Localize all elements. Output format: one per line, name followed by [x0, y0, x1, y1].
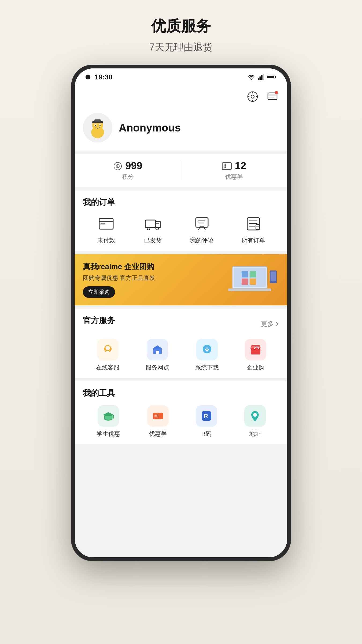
tool-item-coupons[interactable]: % 优惠券 — [147, 405, 169, 438]
svg-rect-3 — [263, 74, 264, 80]
all-orders-label: 所有订单 — [242, 236, 265, 244]
tool-item-student[interactable]: 学生优惠 — [97, 405, 120, 438]
signal-icon — [258, 74, 264, 80]
avatar[interactable] — [83, 113, 112, 142]
svg-rect-20 — [94, 119, 101, 122]
svg-point-24 — [99, 125, 101, 126]
svg-point-71 — [253, 413, 257, 417]
svg-point-29 — [224, 164, 226, 166]
svg-rect-57 — [104, 347, 106, 350]
settings-icon — [247, 91, 258, 102]
points-stat[interactable]: 999 积分 — [75, 154, 181, 187]
svg-text:R: R — [204, 413, 208, 419]
phone-frame: 19:30 — [71, 65, 291, 561]
service-item-download[interactable]: 系统下载 — [195, 339, 219, 372]
svg-rect-54 — [271, 272, 276, 281]
camera-dot — [86, 75, 90, 79]
enterprise-banner[interactable]: 真我realme 企业团购 团购专属优惠 官方正品直发 立即采购 — [75, 254, 287, 305]
svg-point-30 — [224, 166, 226, 168]
rcode-icon: R — [196, 405, 217, 427]
coupons-value: 12 — [235, 160, 246, 172]
all-orders-icon — [244, 214, 263, 233]
svg-point-27 — [117, 166, 118, 167]
tool-item-address[interactable]: 地址 — [244, 405, 266, 438]
unpaid-icon — [97, 214, 116, 233]
svg-rect-0 — [258, 78, 259, 80]
svg-rect-51 — [250, 279, 256, 285]
svg-point-56 — [105, 345, 110, 351]
svg-text:%: % — [155, 415, 157, 418]
coupon-tool-icon: % — [147, 405, 169, 427]
banner-subtitle: 团购专属优惠 官方正品直发 — [83, 274, 226, 282]
svg-rect-34 — [145, 220, 156, 228]
status-time: 19:30 — [95, 73, 113, 81]
svg-rect-50 — [242, 279, 248, 285]
banner-image — [226, 262, 279, 297]
banner-button[interactable]: 立即采购 — [83, 286, 115, 298]
svg-point-23 — [95, 125, 96, 126]
banner-title: 真我realme 企业团购 — [83, 262, 226, 272]
address-icon — [244, 405, 266, 427]
status-icons — [248, 74, 276, 80]
avatar-image — [86, 116, 110, 140]
svg-rect-44 — [256, 225, 260, 229]
customer-service-icon — [97, 339, 119, 360]
service-location-label: 服务网点 — [146, 364, 169, 372]
wifi-icon — [248, 74, 255, 80]
svg-rect-52 — [228, 288, 271, 291]
address-label: 地址 — [249, 430, 261, 438]
tools-icons-row: 学生优惠 % 优惠券 — [83, 405, 279, 438]
tool-item-rcode[interactable]: R R码 — [196, 405, 217, 438]
svg-rect-6 — [267, 76, 274, 78]
status-bar: 19:30 — [75, 68, 287, 86]
points-icon — [113, 162, 122, 170]
orders-section-title: 我的订单 — [83, 197, 279, 208]
services-title: 官方服务 — [83, 315, 115, 326]
message-icon-button[interactable] — [266, 90, 279, 103]
customer-service-label: 在线客服 — [96, 364, 120, 372]
svg-rect-48 — [242, 271, 248, 277]
download-label: 系统下载 — [195, 364, 219, 372]
order-item-all[interactable]: 所有订单 — [242, 214, 265, 244]
services-icons-row: 在线客服 服务网点 — [83, 339, 279, 372]
reviews-label: 我的评论 — [190, 236, 214, 244]
coupons-label-tool: 优惠券 — [149, 430, 167, 438]
settings-icon-button[interactable] — [246, 90, 259, 103]
svg-rect-64 — [113, 415, 114, 419]
banner-text: 真我realme 企业团购 团购专属优惠 官方正品直发 立即采购 — [83, 262, 226, 298]
svg-rect-33 — [101, 223, 105, 225]
stats-bar: 999 积分 12 优惠券 — [75, 154, 287, 187]
coupons-stat[interactable]: 12 优惠券 — [181, 154, 287, 187]
reviews-icon — [193, 214, 211, 233]
top-bar — [75, 86, 287, 108]
svg-point-8 — [251, 95, 254, 98]
phone-screen: 19:30 — [75, 68, 287, 557]
order-item-shipped[interactable]: 已发货 — [143, 214, 162, 244]
services-header: 官方服务 更多 — [83, 315, 279, 332]
enterprise-shop-label: 企业购 — [247, 364, 264, 372]
service-item-customer[interactable]: 在线客服 — [96, 339, 120, 372]
coupon-icon — [222, 162, 232, 170]
service-item-enterprise[interactable]: 企业购 — [245, 339, 266, 372]
official-services-section: 官方服务 更多 — [75, 309, 287, 378]
svg-rect-37 — [196, 218, 208, 227]
profile-section[interactable]: Anonymous — [75, 108, 287, 151]
unpaid-label: 未付款 — [97, 236, 115, 244]
username: Anonymous — [119, 122, 181, 134]
student-label: 学生优惠 — [97, 430, 120, 438]
svg-rect-28 — [222, 163, 231, 170]
notification-badge — [275, 91, 278, 94]
chevron-right-icon — [275, 321, 279, 327]
download-icon — [196, 339, 218, 360]
svg-rect-31 — [99, 218, 113, 229]
order-item-reviews[interactable]: 我的评论 — [190, 214, 214, 244]
svg-rect-60 — [156, 351, 159, 354]
student-icon — [98, 405, 119, 427]
points-label: 积分 — [122, 173, 134, 181]
services-more-link[interactable]: 更多 — [261, 320, 279, 328]
points-value: 999 — [125, 160, 142, 172]
service-item-location[interactable]: 服务网点 — [146, 339, 169, 372]
order-item-unpaid[interactable]: 未付款 — [97, 214, 116, 244]
status-time-row: 19:30 — [86, 73, 113, 81]
svg-rect-58 — [110, 347, 112, 350]
